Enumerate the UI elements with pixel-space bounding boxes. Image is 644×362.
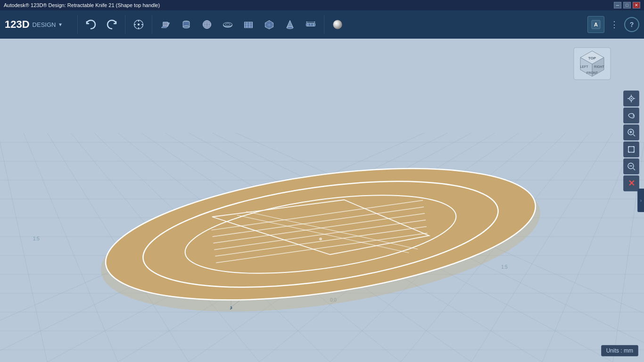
svg-rect-20 (244, 22, 252, 28)
zoom-fit-button[interactable] (623, 141, 639, 157)
logo-text: 123D (5, 19, 30, 30)
units-badge[interactable]: Units : mm (601, 345, 638, 356)
svg-marker-36 (306, 21, 307, 23)
svg-point-111 (631, 98, 632, 99)
help-button[interactable]: ? (624, 17, 639, 32)
svg-point-14 (203, 20, 211, 28)
viewport[interactable]: 1:5 0:0 1:5 (0, 39, 644, 362)
box-primitive-button[interactable] (156, 14, 175, 35)
svg-text:1:5: 1:5 (501, 264, 508, 270)
divider-1 (77, 15, 78, 34)
material-group (328, 14, 347, 35)
svg-text:LEFT: LEFT (580, 65, 588, 68)
minimize-button[interactable]: ─ (614, 2, 621, 8)
undo-redo-group (82, 14, 121, 35)
close-nav-button[interactable]: ✕ (623, 175, 639, 191)
toolbar: 123D DESIGN ▾ (0, 10, 644, 39)
torus-primitive-button[interactable] (218, 14, 237, 35)
svg-marker-8 (163, 22, 168, 26)
grid-canvas: 1:5 0:0 1:5 (0, 39, 644, 362)
svg-point-95 (319, 238, 322, 240)
navigation-panel: ✕ (623, 90, 640, 191)
svg-text:TOP: TOP (588, 56, 596, 60)
divider-2 (125, 15, 125, 34)
zoom-in-button[interactable] (623, 124, 639, 140)
svg-marker-37 (314, 21, 315, 23)
svg-point-19 (225, 24, 230, 25)
measure-button[interactable] (301, 14, 320, 35)
cylinder-primitive-button[interactable] (177, 14, 196, 35)
account-button[interactable]: A (587, 16, 604, 33)
units-label: Units : mm (606, 347, 633, 354)
svg-line-115 (633, 134, 635, 136)
close-button[interactable]: ✕ (633, 2, 640, 8)
window-controls: ─ □ ✕ (614, 2, 640, 8)
view-cube[interactable]: TOP RIGHT LEFT FRONT (573, 47, 611, 80)
svg-line-127 (633, 168, 635, 170)
side-panel-toggle[interactable]: › (637, 189, 644, 212)
freeform-button[interactable] (260, 14, 279, 35)
svg-text:A: A (594, 22, 598, 27)
sphere-primitive-button[interactable] (198, 14, 216, 35)
primitives-group (156, 14, 320, 35)
window-title: Autodesk® 123D® Design: Retractable Knif… (4, 2, 160, 8)
material-button[interactable] (328, 14, 347, 35)
svg-marker-7 (161, 26, 168, 27)
separator-dots: ⋮ (610, 19, 619, 30)
maximize-button[interactable]: □ (623, 2, 631, 8)
title-bar: Autodesk® 123D® Design: Retractable Knif… (0, 0, 644, 10)
svg-text:1:5: 1:5 (33, 236, 40, 241)
svg-point-30 (287, 27, 293, 29)
svg-text:RIGHT: RIGHT (594, 65, 605, 68)
divider-3 (152, 15, 152, 34)
pan-button[interactable] (623, 90, 639, 107)
logo-dropdown-arrow[interactable]: ▾ (59, 21, 62, 28)
cone-primitive-button[interactable] (281, 14, 299, 35)
svg-point-13 (183, 26, 190, 28)
divider-4 (324, 15, 324, 34)
redo-button[interactable] (102, 14, 121, 35)
svg-point-38 (333, 20, 342, 29)
zoom-out-button[interactable] (623, 158, 639, 174)
tools-group (129, 14, 148, 35)
logo-area: 123D DESIGN ▾ (5, 19, 66, 30)
svg-point-5 (138, 24, 140, 25)
toolbar-right: A ⋮ ? (587, 16, 639, 33)
undo-button[interactable] (82, 14, 100, 35)
svg-text:FRONT: FRONT (586, 71, 598, 74)
svg-rect-116 (628, 147, 634, 152)
logo-design: DESIGN (33, 21, 56, 28)
plane-primitive-button[interactable] (239, 14, 258, 35)
transform-button[interactable] (129, 14, 148, 35)
orbit-button[interactable] (623, 107, 639, 123)
